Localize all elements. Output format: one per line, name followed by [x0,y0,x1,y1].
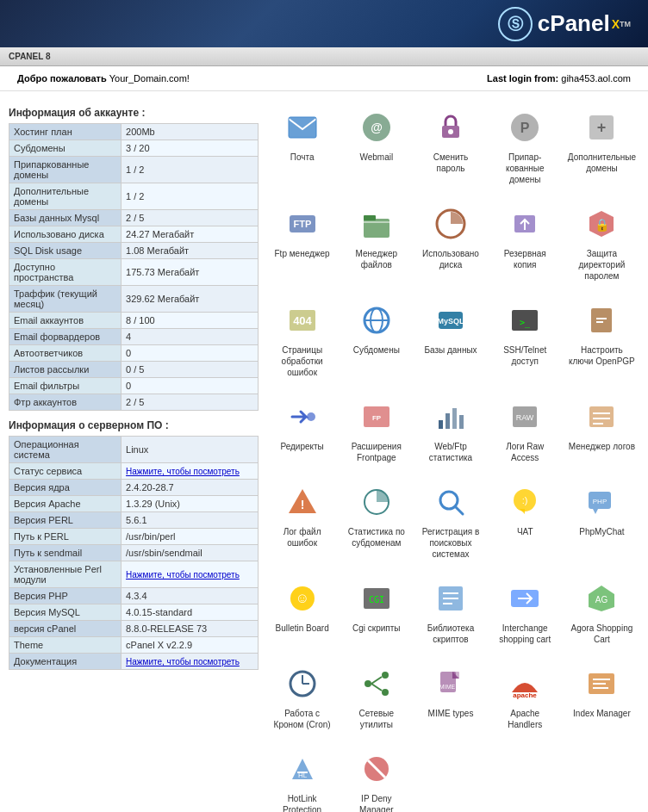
svg-text::): :) [522,495,528,505]
icon-item-pgp[interactable]: Настроить ключи OpenPGP [564,293,639,385]
icon-item-ipdeny[interactable]: IP Deny Manager [341,741,411,812]
icon-label: Статистика по субдоменам [345,526,408,549]
ipdeny-icon [356,748,397,790]
row-value: 8 / 100 [122,313,259,329]
subdomains-icon [356,300,397,341]
icons-grid: Почта @ Webmail Сменить пароль P Припар-… [267,100,639,812]
icon-item-password[interactable]: Сменить пароль [415,100,485,192]
icon-item-bulletin[interactable]: ☺ Bulletin Board [267,571,337,652]
link-value[interactable]: Нажмите, чтобы посмотреть [126,657,240,666]
table-row: Установленные Perl модули Нажмите, чтобы… [9,561,259,588]
icon-item-subdomains[interactable]: Субдомены [341,293,411,385]
icon-item-agora[interactable]: AG Agora Shopping Cart [564,571,639,652]
addon-icon: + [581,107,622,148]
svg-point-65 [382,672,389,679]
icon-item-diskusage[interactable]: Использовано диска [415,196,485,288]
interchange-icon [504,578,545,619]
account-info-title: Информация об аккаунте : [9,107,259,119]
icon-item-mail[interactable]: Почта [267,100,337,192]
svg-marker-46 [520,509,525,514]
icon-item-interchange[interactable]: Interchange shopping cart [490,571,560,652]
filemanager-icon [356,203,397,245]
icon-item-redirects[interactable]: Редиректы [267,389,337,470]
icon-label: Редиректы [280,441,323,452]
row-value: Нажмите, чтобы посмотреть [122,463,259,480]
icon-item-chat[interactable]: :) ЧАТ [490,474,560,567]
icon-item-netutils[interactable]: Сетевые утилиты [341,656,411,737]
icon-item-errorlog[interactable]: ! Лог файл ошибок [267,474,337,567]
row-label: Листов рассылки [9,362,122,378]
svg-rect-31 [439,420,443,429]
icon-item-cron[interactable]: Работа с Кроном (Cron) [267,656,337,737]
agora-icon: AG [581,578,622,619]
svg-text:MySQL: MySQL [437,317,464,325]
icon-item-ftp[interactable]: FTP Ftp менеджер [267,196,337,288]
icon-item-backup[interactable]: Резервная копия [490,196,560,288]
icon-item-frontpage[interactable]: FP Расширения Frontpage [341,389,411,470]
icon-item-hotlink[interactable]: HL HotLink Protection (защита от удаленн… [267,741,337,812]
mysql-icon: MySQL [430,300,471,341]
icon-label: SSH/Telnet доступ [494,344,557,367]
icon-item-cgi[interactable]: CGI Cgi скрипты [341,571,411,652]
icon-item-dirprotect[interactable]: 🔒 Защита директорий паролем [564,196,639,288]
svg-text:+: + [597,119,607,136]
icon-item-filemanager[interactable]: Менеджер файлов [341,196,411,288]
server-info-title: Информация о серверном ПО : [9,419,259,431]
icon-label: Библиотека скриптов [419,623,482,645]
row-value: 4.3.4 [122,588,259,604]
last-login-info: Last login from: giha453.aol.com [487,73,631,84]
icon-item-webmail[interactable]: @ Webmail [341,100,411,192]
redirects-icon [282,396,323,437]
row-value: 175.73 Мегабайт [122,259,259,286]
svg-text:>_: >_ [520,318,531,328]
svg-line-44 [455,506,463,514]
link-value[interactable]: Нажмите, чтобы посмотреть [126,570,240,580]
icon-item-parked[interactable]: P Припар-кованные домены [490,100,560,192]
row-label: Установленные Perl модули [9,561,122,588]
row-value: 329.62 Мегабайт [122,286,259,313]
svg-point-28 [307,412,315,421]
icon-item-phpmychat[interactable]: PHP PhpMyChat [564,474,639,567]
icon-label: Расширения Frontpage [345,441,408,463]
row-value: /usr/sbin/sendmail [122,545,259,561]
svg-point-64 [364,680,371,687]
icon-item-logmanager[interactable]: Менеджер логов [564,389,639,470]
nav-label: CPANEL 8 [9,52,51,61]
indexmanager-icon [581,663,622,704]
row-label: Фтр аккаунтов [9,394,122,411]
table-row: Фтр аккаунтов 2 / 5 [9,394,259,411]
svg-rect-32 [446,413,450,429]
icon-item-searchengine[interactable]: Регистрация в поисковых системах [415,474,485,567]
icon-item-mysql[interactable]: MySQL Базы данных [415,293,485,385]
row-value: 3 / 20 [122,140,259,157]
table-row: Операционная система Linux [9,437,259,463]
icon-label: Cgi скрипты [352,623,401,634]
icon-item-subdomainstats[interactable]: Статистика по субдоменам [341,474,411,567]
icon-label: Субдомены [353,344,400,356]
icon-label: HotLink Protection (защита от удаленной … [271,793,333,812]
icon-item-indexmanager[interactable]: Index Manager [564,656,639,737]
svg-text:apache: apache [513,691,537,699]
svg-rect-27 [591,308,612,332]
icon-item-rawlogs[interactable]: RAW Логи Raw Access [490,389,560,470]
link-value[interactable]: Нажмите, чтобы посмотреть [126,467,240,476]
row-value: /usr/bin/perl [122,529,259,545]
table-row: Базы данных Mysql 2 / 5 [9,210,259,226]
svg-text:AG: AG [595,595,608,604]
icon-item-ssh[interactable]: >_ SSH/Telnet доступ [490,293,560,385]
svg-text:MIME: MIME [439,684,456,690]
icon-item-errorpages[interactable]: 404 Страницы обработки ошибок [267,293,337,385]
icon-item-addon[interactable]: + Дополнительные домены [564,100,639,192]
header: Ⓢ cPanel X TM [0,0,648,47]
row-value: 1 / 2 [122,183,259,210]
icon-label: Защита директорий паролем [568,248,636,282]
row-label: Статус сервиса [9,463,122,480]
row-value: 4 [122,329,259,345]
cgi-icon: CGI [356,578,397,619]
icon-item-mime[interactable]: MIME MIME types [415,656,485,737]
icon-item-scriptlib[interactable]: Библиотека скриптов [415,571,485,652]
icon-item-apache[interactable]: apache Apache Handlers [490,656,560,737]
icon-item-stats[interactable]: Web/Ftp статистика [415,389,485,470]
row-label: Припаркованные домены [9,157,122,183]
table-row: Версия Apache 1.3.29 (Unix) [9,496,259,512]
